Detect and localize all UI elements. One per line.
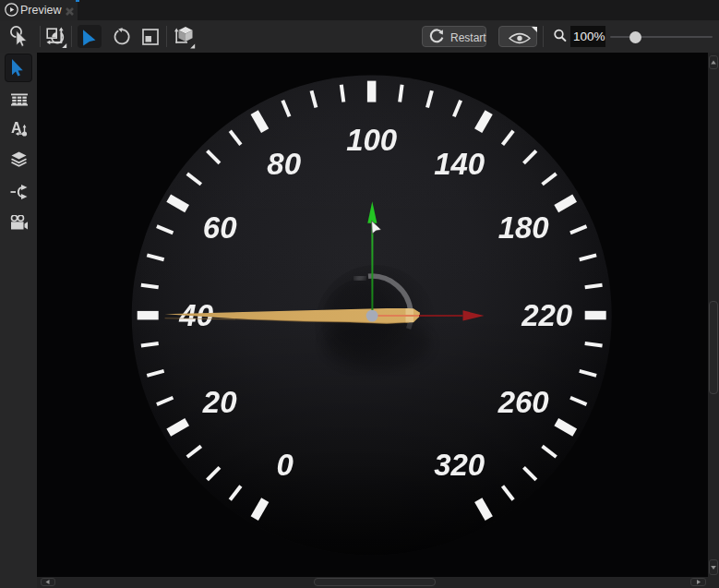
svg-text:140: 140 [434,147,485,181]
svg-text:20: 20 [202,385,237,419]
svg-text:80: 80 [267,147,301,181]
svg-text:0: 0 [277,448,294,482]
svg-text:100: 100 [346,123,398,157]
svg-text:180: 180 [498,210,550,245]
svg-text:220: 220 [521,298,573,332]
svg-text:320: 320 [434,448,485,482]
svg-text:260: 260 [497,385,550,419]
svg-text:60: 60 [203,210,237,245]
